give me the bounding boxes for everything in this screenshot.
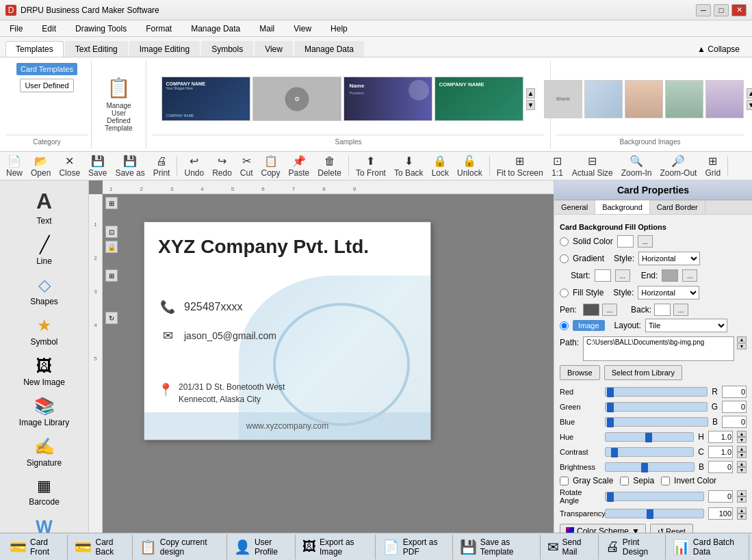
bg-scroll-down[interactable]: ▼: [747, 100, 752, 110]
close-doc-button[interactable]: ✕Close: [55, 153, 83, 179]
grid-button[interactable]: ⊞Grid: [701, 153, 724, 179]
h-input[interactable]: [708, 431, 733, 443]
color-scheme-button[interactable]: Color Scheme ▼: [560, 524, 646, 533]
card-templates-button[interactable]: Card Templates: [16, 63, 77, 75]
send-mail-button[interactable]: ✉ Send Mail: [541, 535, 599, 559]
layout-tool-icon[interactable]: ⊡: [105, 226, 118, 238]
tab-symbols[interactable]: Symbols: [201, 41, 253, 57]
menu-drawing-tools[interactable]: Drawing Tools: [71, 23, 131, 35]
fill-style-radio[interactable]: [560, 289, 569, 297]
solid-color-radio[interactable]: [560, 237, 569, 246]
redo-button[interactable]: ↪Redo: [209, 153, 235, 179]
bg-4[interactable]: [705, 80, 744, 118]
menu-file[interactable]: File: [5, 23, 27, 35]
back-dots[interactable]: ...: [673, 304, 688, 316]
export-image-button[interactable]: 🖼 Export as Image: [296, 535, 376, 559]
lock-button[interactable]: 🔒Lock: [428, 153, 452, 179]
sample-3[interactable]: Name Position: [343, 77, 432, 121]
layout-select[interactable]: Tile Stretch Center: [645, 319, 727, 332]
zoom-selector-icon[interactable]: ⊞: [105, 197, 118, 209]
gray-scale-checkbox[interactable]: [560, 477, 569, 485]
samples-scroll-down[interactable]: ▼: [526, 100, 536, 110]
open-button[interactable]: 📂Open: [27, 153, 54, 179]
bg-2[interactable]: [625, 80, 663, 118]
rotate-input[interactable]: [708, 490, 733, 503]
bg-scroll-up[interactable]: ▲: [747, 88, 752, 98]
browse-button[interactable]: Browse: [560, 365, 600, 380]
tab-templates[interactable]: Templates: [5, 41, 64, 57]
user-defined-button[interactable]: User Defined: [20, 79, 73, 92]
card-back-button[interactable]: 💳 Card Back: [68, 535, 132, 559]
b-input[interactable]: [722, 416, 747, 428]
reset-button[interactable]: ↺ Reset: [650, 524, 693, 533]
select-from-library-button[interactable]: Select from Library: [604, 365, 682, 380]
actual-size-button[interactable]: ⊟Actual Size: [569, 153, 617, 179]
pen-color-box[interactable]: [583, 304, 599, 316]
menu-help[interactable]: Help: [326, 23, 352, 35]
rotate-up[interactable]: ▲: [737, 490, 747, 496]
ratio-button[interactable]: ⊡1:1: [548, 153, 567, 179]
zoom-in-button[interactable]: 🔍Zoom-In: [618, 153, 656, 179]
c-up[interactable]: ▲: [737, 446, 747, 452]
b2-up[interactable]: ▲: [737, 461, 747, 467]
g-input[interactable]: [722, 401, 747, 413]
gradient-style-select[interactable]: Horizontal Vertical: [638, 252, 700, 265]
save-template-button[interactable]: 💾 Save as Template: [453, 535, 541, 559]
contrast-slider[interactable]: [605, 447, 694, 457]
tab-manage-data[interactable]: Manage Data: [294, 41, 364, 57]
menu-mail[interactable]: Mail: [255, 23, 278, 35]
card-batch-data-button[interactable]: 📊 Card Batch Data: [666, 535, 749, 559]
cut-button[interactable]: ✂Cut: [237, 153, 257, 179]
end-dots[interactable]: ...: [682, 269, 697, 282]
end-color-box[interactable]: [662, 269, 678, 282]
solid-color-box[interactable]: [617, 235, 634, 248]
tab-image-editing[interactable]: Image Editing: [129, 41, 200, 57]
tool-new-image[interactable]: 🖼 New Image: [7, 352, 82, 391]
tool-line[interactable]: ╱ Line: [7, 231, 82, 270]
save-button[interactable]: 💾Save: [85, 153, 110, 179]
b2-input[interactable]: [708, 461, 733, 473]
sample-2[interactable]: ⚙: [252, 77, 341, 121]
trans-up[interactable]: ▲: [737, 507, 747, 514]
delete-button[interactable]: 🗑Delete: [314, 154, 345, 179]
blue-slider[interactable]: [605, 417, 708, 427]
close-button[interactable]: ✕: [731, 4, 747, 16]
print-design-button[interactable]: 🖨 Print Design: [599, 535, 666, 559]
tool-shapes[interactable]: ◇ Shapes: [7, 271, 82, 310]
tab-general[interactable]: General: [554, 200, 595, 214]
copy-button[interactable]: 📋Copy: [258, 153, 284, 179]
path-scroll-up[interactable]: ▲: [737, 336, 747, 343]
save-as-button[interactable]: 💾Save as: [112, 153, 148, 179]
h-up[interactable]: ▲: [737, 431, 747, 437]
user-profile-button[interactable]: 👤 User Profile: [227, 535, 296, 559]
unlock-button[interactable]: 🔓Unlock: [454, 153, 486, 179]
tool-signature[interactable]: ✍ Signature: [7, 433, 82, 472]
samples-scroll-up[interactable]: ▲: [526, 88, 536, 98]
fit-to-screen-button[interactable]: ⊞Fit to Screen: [493, 153, 547, 179]
rotate-slider[interactable]: [605, 492, 704, 501]
pen-dots[interactable]: ...: [602, 304, 617, 316]
c-down[interactable]: ▼: [737, 452, 747, 458]
gradient-radio[interactable]: [560, 254, 569, 263]
menu-view[interactable]: View: [289, 23, 315, 35]
start-color-box[interactable]: [595, 269, 611, 282]
sample-1[interactable]: COMPANY NAME Your Slogan Here COMPANY NA…: [161, 77, 250, 121]
bg-3[interactable]: [665, 80, 703, 118]
print-button[interactable]: 🖨Print: [150, 154, 174, 179]
hue-slider[interactable]: [605, 432, 694, 442]
export-pdf-button[interactable]: 📄 Export as PDF: [376, 535, 453, 559]
c-input[interactable]: [708, 446, 733, 458]
image-radio[interactable]: [560, 321, 569, 330]
copy-design-button[interactable]: 📋 Copy current design: [133, 535, 227, 559]
menu-format[interactable]: Format: [142, 23, 176, 35]
align-icon[interactable]: ⊞: [105, 269, 118, 282]
tab-background[interactable]: Background: [595, 200, 650, 214]
solid-color-dots[interactable]: ...: [638, 235, 653, 248]
tool-text[interactable]: A Text: [7, 185, 82, 230]
b2-down[interactable]: ▼: [737, 467, 747, 473]
new-button[interactable]: 📄New: [3, 153, 26, 179]
tab-text-editing[interactable]: Text Editing: [65, 41, 128, 57]
bg-1[interactable]: [584, 80, 623, 118]
tool-image-library[interactable]: 📚 Image Library: [7, 392, 82, 431]
path-input[interactable]: C:\Users\BALL\Documents\bg-img.png: [583, 336, 734, 361]
